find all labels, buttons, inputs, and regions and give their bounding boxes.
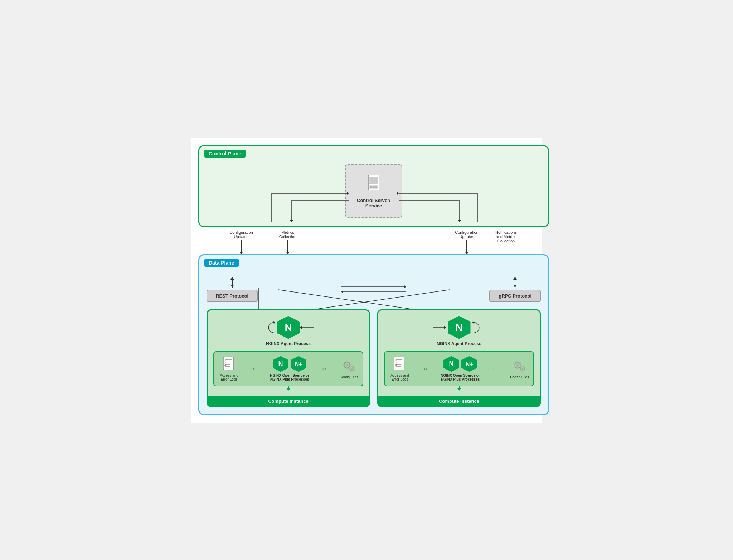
- crossing-arrows: [258, 279, 489, 300]
- right-arrows: Configuration Updates Notifications and …: [452, 230, 520, 258]
- incoming-arrow-left: [300, 319, 314, 337]
- svg-rect-69: [521, 366, 523, 367]
- agent-label-right: NGINX Agent Process: [437, 341, 481, 346]
- svg-marker-50: [472, 321, 474, 324]
- compute-instances-wrapper: N NGINX Agent Process: [207, 309, 541, 407]
- nginx-os-hex-left: N: [273, 356, 288, 372]
- svg-rect-34: [346, 362, 348, 363]
- loop-arrow-left: [263, 319, 277, 337]
- nginx-n-letter-left: N: [285, 322, 292, 333]
- log-doc-icon-left: ✓ ✓ ✗: [223, 356, 236, 372]
- grpc-protocol-section: gRPC Protocol: [489, 277, 541, 302]
- data-plane-label: Data Plane: [204, 259, 239, 267]
- svg-rect-65: [514, 362, 516, 364]
- svg-rect-42: [351, 366, 352, 367]
- logs-label-right: Access and Error Logs: [389, 373, 411, 381]
- agent-hex-row-right: N: [384, 316, 534, 339]
- svg-rect-35: [346, 368, 348, 369]
- svg-rect-70: [521, 371, 523, 372]
- control-server-label: Control Server/Service: [357, 198, 390, 208]
- agent-to-inner-arrow-left: [213, 386, 363, 393]
- svg-text:✗: ✗: [395, 363, 397, 367]
- svg-rect-71: [520, 368, 521, 370]
- svg-rect-72: [524, 368, 525, 370]
- svg-rect-37: [349, 365, 350, 366]
- nginx-agent-area-left: N NGINX Agent Process: [213, 316, 363, 346]
- svg-text:✗: ✗: [224, 363, 227, 367]
- nginx-hex-right: N: [448, 316, 471, 339]
- control-server-box: Control Server/Service: [345, 164, 402, 218]
- compute-instance-left: N NGINX Agent Process: [207, 309, 370, 407]
- svg-rect-62: [516, 368, 518, 369]
- inner-box-left: ✓ ✓ ✗ Access and Error Logs ↔: [213, 351, 363, 386]
- nginx-processes-right: N N+ NGINX Open Source or: [441, 356, 480, 381]
- gear-icon-left: [341, 358, 357, 374]
- svg-rect-61: [516, 362, 518, 363]
- compute-row: N NGINX Agent Process: [207, 309, 541, 407]
- config-updates-label-right: Configuration Updates: [452, 230, 481, 255]
- server-icon: [363, 173, 384, 195]
- svg-marker-49: [444, 326, 446, 329]
- svg-marker-21: [273, 321, 275, 324]
- svg-point-60: [516, 364, 519, 367]
- left-arrows: Configuration Updates Metrics Collection: [227, 230, 302, 258]
- data-plane: Data Plane REST Protocol: [198, 254, 549, 415]
- config-section-right: Config Files: [510, 358, 529, 379]
- nginx-processes-left: N N+ NGINX Open Source or: [270, 356, 309, 381]
- svg-rect-44: [349, 368, 350, 370]
- nginx-n-letter-right: N: [455, 322, 462, 333]
- config-updates-label-left: Configuration Updates: [227, 230, 256, 255]
- nginx-agent-area-right: N NGINX Agent Process: [384, 316, 534, 346]
- svg-rect-64: [520, 365, 521, 366]
- svg-marker-47: [287, 388, 290, 391]
- incoming-arrow-right: [433, 319, 448, 337]
- nginx-plus-hex-left: N+: [291, 356, 306, 372]
- config-section-left: Config Files: [339, 358, 358, 379]
- grpc-protocol-box: gRPC Protocol: [489, 290, 541, 302]
- nginx-os-hex-right: N: [443, 356, 459, 372]
- nginx-hex-pair-right: N N+: [443, 356, 477, 372]
- svg-rect-3: [369, 182, 378, 184]
- log-doc-icon-right: ✓ ✓ ✗: [393, 356, 406, 372]
- compute-footer-right: Compute Instance: [378, 396, 540, 406]
- diagram-wrapper: Control Plane Control S: [191, 138, 542, 423]
- svg-rect-43: [351, 371, 352, 372]
- svg-rect-63: [514, 365, 515, 366]
- agent-hex-row: N: [213, 316, 363, 339]
- control-plane-label: Control Plane: [204, 150, 246, 158]
- config-label-left: Config Files: [339, 375, 358, 379]
- dbl-arrow-logs-left: ↔: [252, 366, 258, 372]
- diagram-container: Control Plane Control S: [198, 145, 549, 415]
- logs-section-right: ✓ ✓ ✗ Access and Error Logs: [389, 356, 411, 381]
- nginx-plus-hex-right: N+: [461, 356, 477, 372]
- dbl-arrow-logs-right: ↔: [423, 366, 428, 372]
- svg-marker-12: [341, 290, 343, 294]
- svg-marker-10: [404, 285, 406, 289]
- loop-arrow-right: [471, 319, 485, 337]
- compute-footer-left: Compute Instance: [208, 396, 369, 406]
- svg-marker-23: [300, 326, 302, 329]
- agent-label-left: NGINX Agent Process: [266, 341, 311, 346]
- dbl-arrow-config-right: ↔: [492, 366, 498, 372]
- svg-rect-1: [369, 177, 378, 179]
- dbl-arrow-config-left: ↔: [321, 366, 327, 372]
- logs-label-left: Access and Error Logs: [218, 373, 240, 381]
- metrics-collection-label: Metrics Collection: [273, 230, 302, 255]
- svg-marker-74: [457, 388, 461, 391]
- nginx-hex-left: N: [277, 316, 300, 339]
- compute-instance-right: N NGINX Agent Process: [377, 309, 541, 407]
- nginx-open-source-right: N: [443, 356, 459, 372]
- arrows-between-planes: Configuration Updates Metrics Collection…: [198, 227, 549, 258]
- svg-rect-38: [344, 362, 346, 364]
- nginx-process-label-left: NGINX Open Source or NGINX Plus Processe…: [270, 373, 309, 381]
- svg-point-68: [521, 368, 523, 370]
- logs-section-left: ✓ ✓ ✗ Access and Error Logs: [218, 356, 240, 381]
- nginx-hex-pair-left: N N+: [273, 356, 306, 372]
- svg-rect-45: [353, 368, 354, 370]
- rest-protocol-box: REST Protocol: [207, 290, 258, 302]
- svg-rect-2: [369, 179, 378, 182]
- nginx-process-label-right: NGINX Open Source or NGINX Plus Processe…: [441, 373, 480, 381]
- gear-icon-right: [512, 358, 528, 374]
- nginx-plus-left: N+: [291, 356, 306, 372]
- agent-to-inner-arrow-right: [384, 386, 534, 393]
